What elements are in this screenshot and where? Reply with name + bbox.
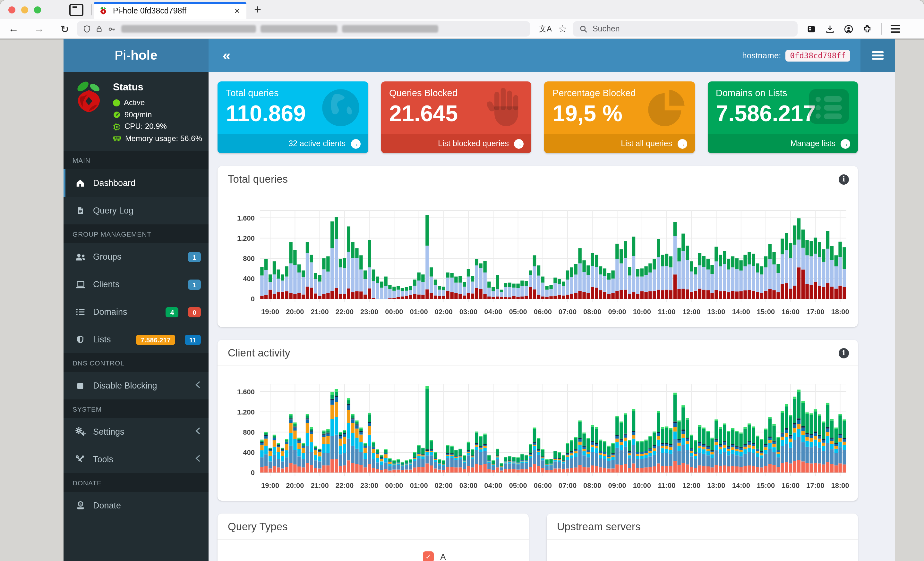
info-icon[interactable]: i: [838, 174, 849, 184]
card-footer-link[interactable]: List blocked queries →: [381, 134, 531, 153]
tab-title: Pi-hole 0fd38cd798ff: [113, 6, 233, 15]
sidebar-item-label: Settings: [93, 427, 188, 437]
sidebar-section-donate: DONATE: [63, 473, 208, 492]
svg-text:07:00: 07:00: [559, 482, 576, 489]
close-window-button[interactable]: [8, 6, 15, 13]
svg-text:$: $: [79, 502, 81, 506]
sidebar-section-main: MAIN: [63, 151, 208, 170]
sidebar-item-clients[interactable]: Clients1: [63, 271, 208, 298]
sidebar-item-donate[interactable]: $Donate: [63, 492, 208, 520]
info-icon[interactable]: i: [838, 348, 849, 358]
total-queries-chart[interactable]: 04008001.2001.60019:0020:0021:0022:0023:…: [218, 192, 858, 327]
svg-text:15:00: 15:00: [757, 308, 775, 316]
zoom-window-button[interactable]: [34, 6, 41, 13]
card-footer-label: 32 active clients: [288, 139, 345, 148]
svg-text:06:00: 06:00: [534, 482, 552, 489]
svg-text:0: 0: [251, 295, 255, 303]
query-types-panel: Query Types ✓ A: [218, 513, 529, 561]
upstream-servers-panel: Upstream servers: [547, 513, 858, 561]
svg-text:400: 400: [243, 275, 255, 283]
svg-text:12:00: 12:00: [682, 308, 700, 316]
legend-checkbox-checked[interactable]: ✓: [423, 551, 434, 561]
sidebar-item-tools[interactable]: Tools: [63, 446, 208, 473]
globe-icon: [319, 87, 362, 132]
sidebar-item-groups[interactable]: Groups1: [63, 243, 208, 271]
panel-title: Client activity: [228, 347, 290, 359]
sidebar-collapse-button[interactable]: «: [223, 47, 231, 64]
file-icon: [74, 206, 86, 216]
svg-text:22:00: 22:00: [336, 482, 354, 489]
new-tab-button[interactable]: +: [254, 3, 261, 16]
card-footer-link[interactable]: List all queries →: [544, 134, 694, 153]
header-menu-button[interactable]: [861, 39, 895, 72]
shield-permissions-icon[interactable]: [83, 24, 91, 33]
sidebar-item-disable-blocking[interactable]: Disable Blocking: [63, 372, 208, 400]
arrow-right-icon: →: [514, 139, 524, 148]
forward-button[interactable]: →: [31, 23, 48, 34]
bookmark-star-icon[interactable]: ☆: [558, 23, 567, 34]
svg-text:23:00: 23:00: [360, 308, 378, 316]
card-footer-link[interactable]: Manage lists →: [707, 134, 858, 153]
svg-text:1.600: 1.600: [237, 388, 255, 396]
pihole-berry-logo: [71, 79, 106, 118]
account-icon[interactable]: [844, 24, 854, 34]
svg-text:00:00: 00:00: [385, 308, 403, 316]
client-activity-chart[interactable]: 04008001.2001.60019:0020:0021:0022:0023:…: [218, 366, 858, 501]
sidebar-badge: 1: [188, 252, 201, 262]
back-button[interactable]: ←: [5, 23, 22, 34]
sidebar-nav: MAINDashboardQuery LogGROUP MANAGEMENTGr…: [63, 151, 208, 520]
stat-card-queries-blocked: Queries Blocked 21.645 List blocked quer…: [381, 81, 531, 153]
translate-icon[interactable]: 文A: [539, 23, 552, 34]
svg-text:18:00: 18:00: [831, 308, 849, 316]
active-tab[interactable]: Pi-hole 0fd38cd798ff ×: [94, 2, 246, 19]
search-bar[interactable]: Suchen: [573, 21, 798, 37]
svg-text:22:00: 22:00: [336, 308, 354, 316]
svg-text:800: 800: [243, 254, 255, 263]
sidebar-item-lists[interactable]: Lists7.586.21711: [63, 326, 208, 354]
sidebar-item-domains[interactable]: Domains40: [63, 298, 208, 326]
url-redacted: [121, 25, 256, 33]
svg-text:1.200: 1.200: [237, 408, 255, 416]
extensions-puzzle-icon[interactable]: [863, 24, 872, 34]
svg-text:23:00: 23:00: [360, 482, 378, 489]
gears-icon: [74, 427, 86, 437]
search-placeholder: Suchen: [592, 24, 620, 33]
minimize-window-button[interactable]: [21, 6, 28, 13]
key-icon[interactable]: [107, 25, 117, 33]
window-controls[interactable]: [8, 6, 41, 13]
query-types-legend-item[interactable]: ✓ A: [423, 551, 446, 561]
sidebar-item-settings[interactable]: Settings: [63, 418, 208, 446]
home-icon: [74, 178, 86, 188]
status-active-text: Active: [124, 97, 145, 109]
pihole-logo[interactable]: Pi-hole: [63, 39, 208, 72]
users-icon: [74, 253, 86, 262]
memory-icon: [113, 135, 121, 142]
lock-icon[interactable]: [96, 25, 103, 33]
svg-text:13:00: 13:00: [707, 482, 725, 489]
sidebar-item-label: Clients: [93, 280, 178, 289]
app-menu-icon[interactable]: [891, 23, 901, 34]
tab-overview-icon[interactable]: [69, 3, 83, 16]
chevron-left-icon: [195, 455, 201, 465]
sidebar-item-label: Lists: [93, 335, 126, 345]
svg-text:19:00: 19:00: [261, 308, 279, 316]
reload-button[interactable]: ↻: [57, 23, 73, 35]
downloads-icon[interactable]: [825, 24, 835, 34]
card-footer-link[interactable]: 32 active clients →: [218, 134, 368, 153]
sidebar: Status Active 90q/min CPU: 20.9% Memory …: [63, 72, 208, 561]
firefox-view-icon[interactable]: [807, 24, 816, 34]
svg-text:00:00: 00:00: [385, 482, 403, 489]
close-tab-icon[interactable]: ×: [233, 5, 241, 16]
sidebar-item-dashboard[interactable]: Dashboard: [63, 170, 208, 197]
svg-text:03:00: 03:00: [459, 482, 477, 489]
url-redacted: [261, 25, 338, 33]
pie-icon: [646, 87, 688, 132]
sidebar-item-query-log[interactable]: Query Log: [63, 197, 208, 225]
svg-text:800: 800: [243, 428, 255, 436]
sidebar-item-label: Disable Blocking: [93, 381, 188, 391]
url-bar[interactable]: [77, 21, 530, 37]
arrow-right-icon: →: [351, 139, 360, 148]
arrow-right-icon: →: [841, 139, 850, 148]
hostname-label: hostname:: [742, 51, 781, 60]
sidebar-item-label: Domains: [93, 307, 156, 317]
